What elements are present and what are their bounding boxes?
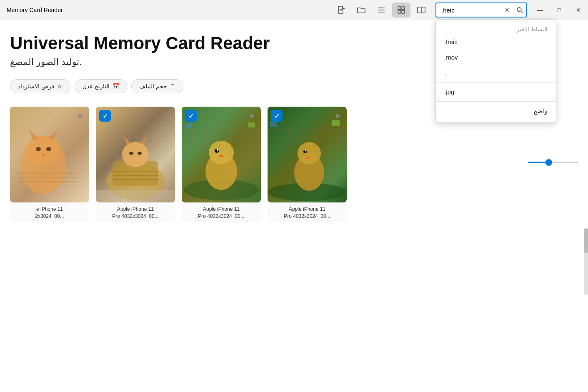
svg-rect-55: [186, 123, 192, 128]
dropdown-item-heic[interactable]: .heic: [436, 34, 556, 50]
card-checkbox-3[interactable]: ✓: [185, 110, 197, 122]
titlebar: Memory Card Reader: [0, 0, 588, 20]
panel-button[interactable]: [412, 2, 430, 17]
card-star-2[interactable]: ★: [160, 110, 172, 122]
list-view-button[interactable]: [372, 2, 390, 17]
svg-rect-6: [398, 7, 401, 10]
filter-label-date: التاريخ عدل: [83, 83, 110, 90]
dropdown-item-dot[interactable]: .: [436, 65, 556, 80]
svg-point-46: [217, 149, 218, 151]
search-go-button[interactable]: [514, 4, 525, 16]
card-star-1[interactable]: ★: [74, 110, 86, 122]
svg-marker-29: [123, 136, 131, 145]
card-label-1: e iPhone 11 2x3024_00...: [10, 202, 89, 222]
zoom-slider[interactable]: [528, 162, 578, 163]
card-label-line1-2: Apple iPhone 11: [98, 206, 173, 213]
dropdown-divider: [436, 82, 556, 82]
dropdown-item-jpg[interactable]: .jpg: [436, 84, 556, 100]
svg-point-63: [305, 150, 306, 152]
svg-point-31: [129, 152, 133, 155]
card-label-4: Apple iPhone 11 Pro 4032x3024_00...: [268, 202, 347, 222]
check-icon-4: ✓: [274, 112, 280, 120]
card-star-4[interactable]: ★: [332, 110, 343, 122]
svg-rect-36: [96, 190, 175, 202]
svg-point-28: [122, 142, 149, 167]
scrollbar-track: [584, 228, 588, 295]
card-inner-2: ✓ ★: [96, 107, 175, 202]
svg-rect-73: [270, 121, 277, 127]
minimize-button[interactable]: —: [530, 0, 550, 20]
card-label-line2-3: Pro 4032x3024_00...: [183, 213, 259, 220]
check-icon-3: ✓: [188, 112, 194, 120]
card-checkbox-4[interactable]: ✓: [271, 110, 283, 122]
star-outline-icon: ☆: [57, 83, 63, 90]
svg-marker-18: [48, 130, 58, 140]
image-card-2: ✓ ★ Apple iPhone 11 Pro 4032x3024_00...: [96, 107, 175, 222]
card-checkbox-2[interactable]: ✓: [99, 110, 111, 122]
card-inner-1: ★: [10, 107, 89, 202]
svg-point-20: [46, 147, 51, 151]
app-title: Memory Card Reader: [0, 7, 63, 13]
svg-point-45: [215, 149, 219, 153]
svg-rect-9: [402, 10, 405, 13]
filter-recovery[interactable]: ☆ فرص الاسترداد: [10, 79, 70, 93]
card-label-line1-3: Apple iPhone 11: [183, 206, 259, 213]
card-label-line2-4: Pro 4032x3024_00...: [269, 213, 345, 220]
zoom-area: [528, 162, 578, 163]
dropdown-item-clear[interactable]: واضح: [436, 103, 556, 119]
check-icon-2: ✓: [103, 112, 108, 120]
scrollbar-thumb[interactable]: [584, 228, 588, 253]
folder-button[interactable]: [352, 2, 370, 17]
search-input[interactable]: [435, 2, 527, 17]
svg-point-61: [298, 142, 321, 165]
filter-file-size[interactable]: 🗋 حجم الملف: [131, 79, 183, 93]
filter-date[interactable]: 📅 التاريخ عدل: [75, 79, 127, 93]
image-card-4: ✓ ★ Apple iPhone 11 Pro 4032x3024_00...: [268, 107, 347, 222]
calendar-icon: 📅: [112, 83, 119, 90]
search-area: ✕ النشاط الاخير .heic .mov . .jpg واضح: [435, 2, 527, 17]
svg-point-19: [36, 147, 41, 151]
svg-point-44: [209, 141, 234, 164]
file-icon: 🗋: [170, 83, 175, 90]
card-label-line1-4: Apple iPhone 11: [269, 206, 345, 213]
filter-label-recovery: فرص الاسترداد: [18, 83, 55, 90]
image-grid: ★ e iPhone 11 2x3024_00...: [10, 107, 578, 222]
card-inner-4: ✓ ★: [268, 107, 347, 202]
search-clear-button[interactable]: ✕: [502, 5, 512, 15]
card-inner-3: ✓ ★: [182, 107, 261, 202]
new-file-button[interactable]: [332, 2, 350, 17]
svg-point-32: [138, 152, 142, 155]
dropdown-section-label: النشاط الاخير: [436, 23, 556, 34]
search-dropdown: النشاط الاخير .heic .mov . .jpg واضح: [435, 19, 556, 123]
svg-point-16: [28, 136, 59, 165]
toolbar: ✕ النشاط الاخير .heic .mov . .jpg واضح: [332, 2, 527, 17]
svg-rect-8: [398, 10, 401, 13]
svg-rect-56: [248, 122, 255, 127]
image-card-1: ★ e iPhone 11 2x3024_00...: [10, 107, 89, 222]
filter-label-filesize: حجم الملف: [139, 83, 167, 90]
svg-marker-30: [140, 136, 148, 145]
card-label-3: Apple iPhone 11 Pro 4032x3024_00...: [182, 202, 261, 222]
close-button[interactable]: ✕: [569, 0, 588, 20]
grid-view-button[interactable]: [392, 2, 410, 17]
window-controls: — □ ✕: [530, 0, 588, 20]
svg-line-13: [521, 11, 523, 13]
card-star-3[interactable]: ★: [246, 110, 258, 122]
card-label-line2-1: 2x3024_00...: [12, 213, 88, 220]
image-card-3: ✓ ★ Apple iPhone 11 Pro 4032x3024_00...: [182, 107, 261, 222]
maximize-button[interactable]: □: [550, 0, 569, 20]
svg-marker-17: [29, 130, 39, 140]
dropdown-divider-2: [436, 101, 556, 102]
svg-rect-7: [402, 7, 405, 10]
card-label-line2-2: Pro 4032x3024_00...: [98, 213, 173, 220]
card-label-line1-1: e iPhone 11: [12, 206, 88, 213]
card-label-2: Apple iPhone 11 Pro 4032x3024_00...: [96, 202, 175, 222]
svg-point-12: [517, 7, 521, 12]
dropdown-item-mov[interactable]: .mov: [436, 50, 556, 65]
